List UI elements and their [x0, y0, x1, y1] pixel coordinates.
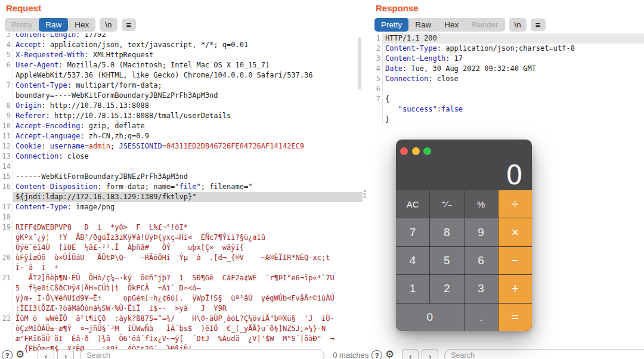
editor-line: "success":false [370, 104, 644, 114]
line-number: 7 [0, 81, 13, 91]
line-number: 15 [0, 172, 13, 182]
line-number: 6 [370, 84, 383, 94]
line-content: { [383, 94, 644, 104]
editor-menu-icon[interactable]: ≡ [531, 18, 546, 31]
editor-line: :ÍEî3lÕZÆ-?òãMáÒòná¼SW·%Ù·ÊiÎ i$-· >yà J… [0, 304, 363, 314]
editor-line: 7{ [370, 94, 644, 104]
line-content: } [383, 114, 644, 125]
close-button[interactable] [400, 147, 408, 155]
line-content: AppleWebKit/537.36 (KHTML, like Gecko) C… [13, 70, 363, 81]
line-content [383, 84, 644, 94]
line-content: Cookie: username=admin; JSESSIONID=04311… [13, 141, 363, 151]
calc-button-7[interactable]: 7 [396, 218, 429, 246]
line-number: 13 [0, 151, 13, 162]
line-number: 14 [0, 162, 13, 172]
search-next-button[interactable]: › [422, 349, 438, 359]
request-scrollbar[interactable] [358, 37, 361, 89]
line-content: boundary=----WebKitFormBoundaryJBNEzPrFh… [13, 91, 363, 101]
calc-button-ac[interactable]: AC [396, 190, 429, 218]
calc-button-add[interactable]: + [499, 275, 532, 302]
tab-pretty[interactable]: Pretty [374, 18, 408, 32]
tab-pretty[interactable]: Pretty [5, 18, 39, 32]
tab-hex[interactable]: Hex [438, 18, 465, 32]
search-input[interactable] [80, 349, 324, 359]
search-input[interactable] [444, 349, 644, 359]
line-number: 1 [370, 33, 383, 44]
newline-toggle-button[interactable]: \n [509, 18, 527, 32]
panel-splitter-handle[interactable] [364, 190, 366, 198]
search-prev-button[interactable]: ‹ [38, 349, 54, 359]
calc-button-multiply[interactable]: × [499, 218, 532, 246]
editor-line: 16Content-Disposition: form-data; name="… [0, 182, 363, 192]
editor-line: 10Accept-Encoding: gzip, deflate [0, 121, 363, 131]
calc-button-2[interactable]: 2 [430, 275, 463, 302]
editor-line: 5Connection: close [370, 74, 644, 84]
line-number [0, 192, 13, 202]
calc-button-8[interactable]: 8 [430, 218, 463, 246]
editor-line: 5 f½e0iCßðCÞÿ4|ÄH»CÚì|ì ÕkPCÃ =Aì`_D¤<ó– [0, 283, 363, 293]
search-next-button[interactable]: › [57, 349, 74, 359]
line-content: ùFÿÍæÓö ù×ÚÍÛáU ÅÛtÞ\Q– –RÃôÕHi Ýµ à .[d… [13, 253, 363, 263]
editor-line: 5X-Requested-With: XMLHttpRequest [0, 50, 363, 60]
response-title: Response [376, 3, 419, 13]
calc-button-6[interactable]: 6 [465, 247, 498, 274]
editor-menu-icon[interactable]: ≡ [122, 18, 137, 31]
editor-line: 3Content-Length: 17 [370, 54, 644, 64]
calc-button-divide[interactable]: ÷ [499, 190, 532, 218]
line-content: Origin: http://10.78.15.13:8088 [13, 101, 363, 111]
calc-button-subtract[interactable]: − [499, 247, 532, 274]
calc-button-0[interactable]: 0 [396, 304, 464, 331]
request-editor[interactable]: 3Content-Length: 177924Accept: applicati… [0, 33, 363, 359]
calc-button-4[interactable]: 4 [396, 247, 429, 274]
line-content: Referer: http://10.78.15.13:8088/tmall/u… [13, 111, 363, 121]
line-content: ÅT2]ñèþ¶N·ËÚ ÕHò/ç¼–·ký ö©ñ^jþ? 1 SÐ¶Gè … [13, 273, 363, 283]
editor-line: 2Content-Type: application/json;charset=… [370, 44, 644, 54]
newline-toggle-button[interactable]: \n [100, 18, 117, 32]
line-content: Content-Type: image/png [13, 202, 363, 212]
editor-line: 22ÏûM ó wWêÏÕ ã²t¶iÇð :àyk?ß87S=^=¾/ H\0… [0, 314, 363, 324]
line-content: Connection: close [383, 74, 644, 84]
calc-button-9[interactable]: 9 [465, 218, 498, 246]
help-icon[interactable]: ? [371, 350, 382, 359]
line-number: 19 [0, 222, 13, 233]
line-number [0, 334, 13, 344]
line-number [0, 263, 13, 273]
editor-line: 3Content-Length: 17792 [0, 33, 363, 40]
tab-raw[interactable]: Raw [408, 18, 438, 32]
line-content: Accept-Language: zh-CN,zh;q=0.9 [13, 131, 363, 141]
line-content: Content-Type: application/json;charset=u… [383, 44, 644, 54]
calc-button-plus-minus[interactable]: ⁺⁄₋ [430, 190, 463, 218]
editor-line: ÿ}m-_I·Õ\¥éñUîd9¥~Ë÷ opGèm[=h¿¢6ú[. ÿWpÏ… [0, 293, 363, 304]
zoom-button[interactable] [423, 147, 431, 155]
calc-button-decimal[interactable]: . [465, 304, 498, 331]
calc-button-percent[interactable]: % [465, 190, 498, 218]
line-content: Content-Length: 17 [383, 54, 644, 64]
line-number: 6 [0, 60, 13, 70]
editor-line: 6 [370, 84, 644, 94]
window-controls [400, 147, 431, 155]
line-number: 20 [0, 253, 13, 263]
line-number: 4 [0, 40, 13, 50]
tab-render[interactable]: Render [465, 18, 504, 32]
gear-icon[interactable]: ⚙ [16, 349, 24, 359]
help-icon[interactable]: ? [2, 350, 13, 359]
request-searchbar: ? ⚙ ‹ › 0 matches [0, 348, 363, 359]
gear-icon[interactable]: ⚙ [385, 349, 394, 359]
calc-button-3[interactable]: 3 [465, 275, 498, 302]
line-content: Date: Tue, 30 Aug 2022 09:32:40 GMT [383, 64, 644, 74]
search-prev-button[interactable]: ‹ [402, 349, 419, 359]
line-number: 18 [0, 212, 13, 222]
line-number: 8 [0, 101, 13, 111]
editor-line: æ°FRï6åÜ¯öI Ëâ·ð )¾ã Ö6'êâ´fÍx¿V~¬ý[ ´Dt… [0, 334, 363, 344]
editor-line: 14 [0, 162, 363, 172]
minimize-button[interactable] [412, 147, 420, 155]
line-content: 5 f½e0iCßðCÞÿ4|ÄH»CÚì|ì ÕkPCÃ =Aì`_D¤<ó– [13, 283, 363, 293]
calculator-keypad: AC⁺⁄₋%÷789×456−123+0.= [396, 190, 532, 331]
tab-raw[interactable]: Raw [39, 18, 68, 32]
calc-button-1[interactable]: 1 [396, 275, 429, 302]
editor-line: boundary=----WebKitFormBoundaryJBNEzPrFh… [0, 91, 363, 101]
line-content: ------WebKitFormBoundaryJBNEzPrFh3ApM3nd [13, 172, 363, 182]
calc-button-5[interactable]: 5 [430, 247, 463, 274]
calc-button-equals[interactable]: = [499, 304, 532, 331]
tab-hex[interactable]: Hex [68, 18, 95, 32]
